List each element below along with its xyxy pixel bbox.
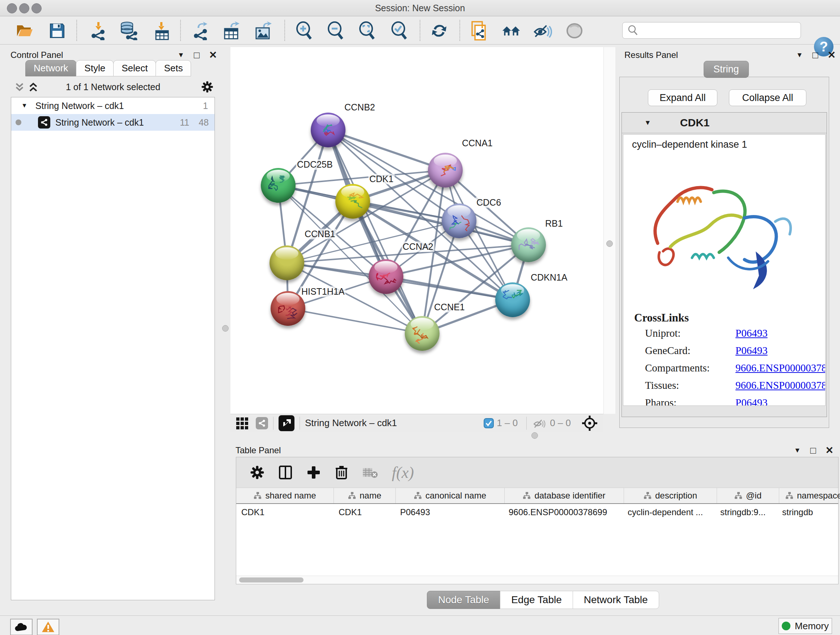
tab-network[interactable]: Network — [25, 60, 76, 76]
export-image-button[interactable] — [254, 21, 273, 40]
close-panel-icon[interactable]: ✕ — [827, 49, 836, 61]
export-network-button[interactable] — [191, 21, 210, 40]
zoom-selected-button[interactable] — [390, 21, 409, 40]
scrollbar-thumb[interactable] — [239, 578, 303, 583]
crosslink-link[interactable]: 9606.ENSP00000378699 — [736, 362, 826, 374]
splitter-handle[interactable] — [531, 432, 538, 439]
tab-style[interactable]: Style — [76, 60, 114, 76]
network-collection-row[interactable]: ▼ String Network – cdk1 1 — [11, 97, 215, 114]
birdseye-view-button[interactable] — [279, 415, 294, 431]
apply-layout-button[interactable] — [430, 21, 448, 40]
panel-menu-icon[interactable]: ▼ — [796, 51, 803, 59]
network-node-CDKN1A[interactable] — [495, 282, 530, 317]
float-panel-icon[interactable]: □ — [813, 50, 818, 61]
table-cell[interactable]: stringdb:9... — [715, 504, 777, 521]
column-header-name[interactable]: name — [334, 488, 396, 503]
table-cell[interactable]: CDK1 — [333, 504, 395, 521]
network-node-CCNA1[interactable] — [428, 153, 463, 187]
clone-network-button[interactable] — [470, 21, 489, 40]
selected-checkbox-icon[interactable] — [484, 418, 494, 428]
network-view-canvas[interactable]: CCNB2CCNA1CDC25BCDK1CDC6RB1CCNB1CCNA2CDK… — [231, 47, 603, 414]
panel-menu-icon[interactable]: ▼ — [178, 51, 185, 59]
float-panel-icon[interactable]: □ — [810, 445, 816, 456]
show-all-button[interactable] — [565, 21, 584, 40]
crosslink-link[interactable]: P06493 — [736, 327, 767, 339]
cybrowser-home-button[interactable] — [502, 21, 521, 40]
splitter-handle[interactable] — [606, 241, 613, 247]
column-header-description[interactable]: description — [624, 488, 717, 503]
warnings-button[interactable] — [37, 619, 59, 635]
close-panel-icon[interactable]: ✕ — [209, 49, 217, 61]
crosslink-link[interactable]: 9606.ENSP00000378699 — [736, 379, 826, 391]
open-session-button[interactable] — [15, 21, 34, 40]
close-panel-icon[interactable]: ✕ — [825, 445, 834, 456]
tab-string[interactable]: String — [704, 61, 749, 78]
hidden-eye-icon[interactable] — [532, 417, 547, 429]
column-header-namespace[interactable]: namespace — [779, 488, 840, 503]
column-header-database-identifier[interactable]: database identifier — [505, 488, 624, 503]
zoom-out-button[interactable] — [326, 21, 345, 40]
float-panel-icon[interactable]: □ — [194, 50, 200, 61]
add-column-icon[interactable] — [306, 465, 321, 480]
tab-select[interactable]: Select — [113, 60, 156, 76]
search-input[interactable] — [642, 25, 801, 36]
table-settings-gear-icon[interactable] — [250, 465, 264, 480]
tab-sets[interactable]: Sets — [156, 60, 191, 76]
table-panel-title: Table Panel — [235, 445, 281, 455]
network-node-CCNA2[interactable] — [369, 259, 403, 294]
disclosure-triangle-icon[interactable]: ▼ — [644, 119, 651, 127]
zoom-fit-button[interactable] — [357, 21, 376, 40]
network-node-CDK1[interactable] — [335, 184, 370, 219]
network-node-CDC25B[interactable] — [261, 168, 295, 203]
import-table-file-button[interactable] — [152, 21, 171, 40]
search-box[interactable] — [622, 22, 801, 39]
zoom-in-button[interactable] — [294, 21, 313, 40]
vertical-splitter-right[interactable] — [603, 47, 615, 414]
import-network-database-button[interactable] — [119, 21, 138, 40]
network-row[interactable]: String Network – cdk1 11 48 — [11, 114, 215, 131]
network-node-RB1[interactable] — [511, 227, 546, 262]
network-node-CCNB1[interactable] — [270, 245, 304, 280]
hide-selected-button[interactable] — [533, 21, 552, 40]
table-cell[interactable]: CDK1 — [236, 504, 333, 521]
network-node-CCNE1[interactable] — [405, 316, 439, 351]
splitter-handle[interactable] — [222, 325, 229, 332]
panel-menu-icon[interactable]: ▼ — [794, 447, 801, 454]
edge-CCNB2-CCNE1[interactable] — [328, 130, 422, 333]
table-row[interactable]: CDK1CDK1P064939606.ENSP00000378699cyclin… — [236, 504, 838, 521]
vertical-splitter-left[interactable] — [221, 47, 231, 432]
network-view-icon[interactable] — [256, 417, 268, 429]
gear-icon[interactable] — [201, 81, 213, 93]
tab-network-table[interactable]: Network Table — [573, 591, 659, 609]
node-section-header[interactable]: ▼ CDK1 — [622, 112, 827, 133]
show-columns-icon[interactable] — [278, 465, 293, 480]
crosslink-link[interactable]: P06493 — [736, 397, 767, 406]
function-builder-icon[interactable]: f(x) — [392, 463, 414, 482]
delete-table-icon[interactable] — [362, 466, 378, 479]
column-header-canonical-name[interactable]: canonical name — [396, 488, 505, 503]
delete-column-trash-icon[interactable] — [335, 465, 348, 480]
fit-content-crosshair-icon[interactable] — [582, 415, 598, 431]
table-cell[interactable]: 9606.ENSP00000378699 — [504, 504, 622, 521]
table-horizontal-scrollbar[interactable] — [236, 576, 838, 584]
crosslink-link[interactable]: P06493 — [736, 345, 767, 356]
column-header-@id[interactable]: @id — [717, 488, 779, 503]
network-node-CCNB2[interactable] — [311, 112, 346, 147]
tab-edge-table[interactable]: Edge Table — [500, 591, 573, 609]
import-network-file-button[interactable] — [89, 21, 108, 40]
grid-view-icon[interactable] — [235, 416, 250, 431]
network-node-CDC6[interactable] — [442, 203, 477, 238]
tab-node-table[interactable]: Node Table — [427, 591, 500, 609]
disclosure-triangle-icon[interactable]: ▼ — [21, 102, 27, 109]
column-header-shared-name[interactable]: shared name — [236, 488, 334, 503]
collapse-all-button[interactable]: Collapse All — [729, 89, 806, 106]
export-table-button[interactable] — [222, 21, 241, 40]
cloud-status-button[interactable] — [10, 619, 33, 635]
network-edges[interactable] — [231, 47, 603, 414]
table-cell[interactable]: cyclin-dependent ... — [622, 504, 715, 521]
expand-all-button[interactable]: Expand All — [648, 89, 717, 106]
memory-button[interactable]: Memory — [778, 618, 832, 634]
table-cell[interactable]: P06493 — [395, 504, 504, 521]
save-session-button[interactable] — [48, 21, 66, 40]
table-cell[interactable]: stringdb — [777, 504, 840, 521]
